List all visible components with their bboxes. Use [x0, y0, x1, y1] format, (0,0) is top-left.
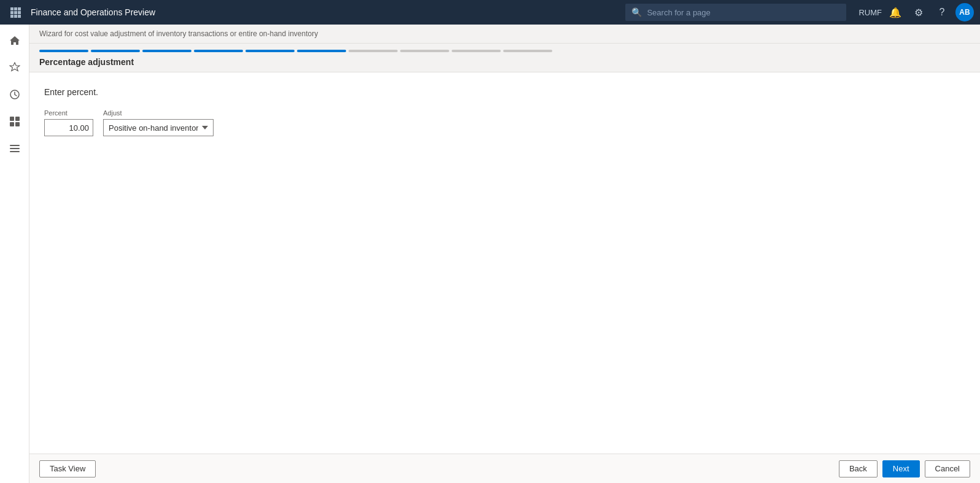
svg-rect-13 — [15, 122, 20, 126]
search-input[interactable] — [647, 8, 840, 17]
svg-rect-8 — [18, 15, 21, 18]
adjust-field-group: Adjust Positive on-hand inventory All on… — [103, 109, 214, 136]
username-label: RUMF — [858, 8, 882, 17]
svg-rect-3 — [10, 11, 14, 14]
search-box[interactable]: 🔍 — [625, 4, 846, 21]
adjust-label: Adjust — [103, 109, 214, 117]
percent-input[interactable] — [44, 119, 93, 136]
breadcrumb-text: Wizard for cost value adjustment of inve… — [39, 29, 318, 38]
step-3 — [142, 50, 191, 52]
form-area: Enter percent. Percent Adjust Positive o… — [29, 72, 980, 454]
cancel-button[interactable]: Cancel — [925, 460, 970, 477]
section-title: Percentage adjustment — [39, 57, 970, 72]
form-instruction: Enter percent. — [44, 87, 965, 97]
content-area: Wizard for cost value adjustment of inve… — [29, 25, 980, 483]
top-right-icons: RUMF 🔔 ⚙ ? AB — [858, 2, 974, 22]
sidebar — [0, 25, 29, 483]
notifications-icon[interactable]: 🔔 — [885, 2, 905, 22]
percent-label: Percent — [44, 109, 93, 117]
svg-rect-4 — [14, 11, 17, 14]
step-4 — [194, 50, 243, 52]
footer-right: Back Next Cancel — [839, 460, 970, 477]
nav-grid-icon[interactable] — [6, 7, 25, 18]
step-10 — [503, 50, 552, 52]
step-7 — [349, 50, 398, 52]
svg-rect-16 — [10, 151, 20, 152]
svg-rect-10 — [10, 117, 14, 121]
svg-rect-5 — [18, 11, 21, 14]
top-nav-bar: Finance and Operations Preview 🔍 RUMF 🔔 … — [0, 0, 980, 25]
svg-rect-14 — [10, 145, 20, 146]
footer-left: Task View — [39, 460, 96, 477]
wizard-steps-bar: Percentage adjustment — [29, 44, 980, 72]
step-8 — [400, 50, 449, 52]
settings-icon[interactable]: ⚙ — [909, 2, 928, 22]
form-fields: Percent Adjust Positive on-hand inventor… — [44, 109, 965, 136]
step-1 — [39, 50, 88, 52]
step-6 — [297, 50, 346, 52]
back-button[interactable]: Back — [839, 460, 878, 477]
sidebar-item-modules[interactable] — [2, 136, 27, 161]
svg-rect-2 — [18, 7, 21, 10]
sidebar-item-workspaces[interactable] — [2, 109, 27, 134]
svg-rect-0 — [10, 7, 14, 10]
search-icon: 🔍 — [631, 7, 642, 17]
svg-rect-15 — [10, 148, 20, 149]
next-button[interactable]: Next — [882, 460, 920, 477]
adjust-select[interactable]: Positive on-hand inventory All on-hand i… — [103, 119, 214, 136]
sidebar-item-home[interactable] — [2, 28, 27, 53]
svg-rect-7 — [14, 15, 17, 18]
help-icon[interactable]: ? — [932, 2, 952, 22]
step-9 — [452, 50, 501, 52]
svg-rect-11 — [15, 117, 20, 121]
app-title: Finance and Operations Preview — [31, 7, 619, 17]
sidebar-item-favorites[interactable] — [2, 55, 27, 80]
percent-field-group: Percent — [44, 109, 93, 136]
steps-track — [39, 50, 970, 52]
svg-rect-1 — [14, 7, 17, 10]
footer-bar: Task View Back Next Cancel — [29, 454, 980, 483]
sidebar-item-recent[interactable] — [2, 82, 27, 107]
svg-rect-12 — [10, 122, 14, 126]
breadcrumb: Wizard for cost value adjustment of inve… — [29, 25, 980, 44]
main-layout: Wizard for cost value adjustment of inve… — [0, 25, 980, 483]
user-avatar[interactable]: AB — [955, 3, 974, 21]
step-5 — [245, 50, 295, 52]
svg-rect-6 — [10, 15, 14, 18]
task-view-button[interactable]: Task View — [39, 460, 96, 477]
step-2 — [91, 50, 140, 52]
